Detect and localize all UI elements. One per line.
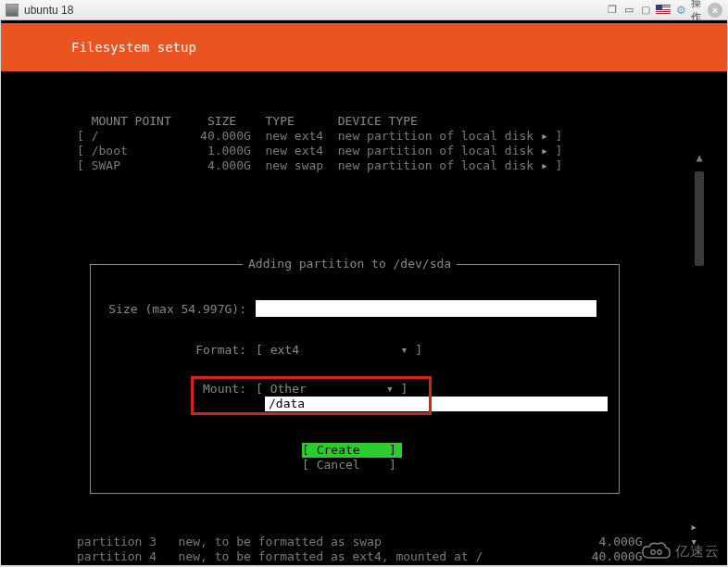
- screen-icon[interactable]: ❐: [606, 4, 619, 17]
- chevron-down-icon: ▾: [401, 343, 408, 357]
- table-row[interactable]: [ / 40.000G new ext4 new partition of lo…: [77, 129, 562, 143]
- size-label: Size (max 54.997G):: [91, 302, 256, 316]
- watermark: 亿速云: [640, 541, 720, 561]
- chevron-right-icon[interactable]: ▸: [690, 520, 697, 535]
- table-row[interactable]: [ SWAP 4.000G new swap new partition of …: [77, 158, 562, 172]
- table-row[interactable]: [ /boot 1.000G new ext4 new partition of…: [77, 144, 562, 158]
- page-title: Filesystem setup: [71, 40, 196, 55]
- close-icon[interactable]: ×: [708, 3, 722, 18]
- scroll-track[interactable]: [695, 171, 704, 266]
- list-item[interactable]: partition 3 new, to be formatted as swap…: [77, 535, 664, 548]
- monitor-icon[interactable]: ▢: [639, 4, 652, 17]
- format-label: Format:: [91, 343, 256, 357]
- chevron-down-icon: ▾: [386, 382, 394, 396]
- add-partition-dialog: Adding partition to /dev/sda Size (max 5…: [90, 264, 620, 494]
- col-mount: MOUNT POINT: [92, 114, 171, 128]
- list-item[interactable]: partition 4 new, to be formatted as ext4…: [77, 549, 664, 563]
- flag-icon: [656, 5, 671, 15]
- mount-label: Mount:: [91, 382, 256, 396]
- size-input[interactable]: [256, 300, 596, 317]
- partition-summary: partition 3 new, to be formatted as swap…: [77, 520, 664, 567]
- col-devtype: DEVICE TYPE: [338, 114, 418, 128]
- col-type: TYPE: [266, 114, 295, 128]
- chevron-right-icon: ▸: [541, 158, 548, 172]
- vm-title: ubuntu 18: [24, 4, 73, 17]
- chevron-right-icon: ▸: [541, 144, 548, 158]
- mount-path-input[interactable]: /data: [265, 397, 608, 411]
- scrollbar[interactable]: ▲: [694, 151, 705, 266]
- chevron-right-icon: ▸: [541, 129, 548, 143]
- cloud-icon: [640, 541, 672, 561]
- watermark-text: 亿速云: [675, 543, 720, 561]
- cancel-button[interactable]: [ Cancel ]: [302, 458, 396, 472]
- col-size: SIZE: [207, 114, 236, 128]
- action-label[interactable]: 操作: [691, 4, 704, 17]
- installer-header: Filesystem setup: [1, 23, 727, 71]
- vm-icon: [6, 4, 19, 17]
- guest-display: Filesystem setup MOUNT POINT SIZE TYPE D…: [1, 20, 727, 565]
- svg-point-1: [658, 550, 661, 554]
- window-icon[interactable]: ▭: [622, 4, 635, 17]
- scroll-up-icon[interactable]: ▲: [696, 151, 702, 164]
- partition-table: MOUNT POINT SIZE TYPE DEVICE TYPE [ / 40…: [77, 99, 727, 188]
- svg-point-0: [651, 550, 655, 554]
- create-button[interactable]: [ Create ]: [302, 443, 402, 458]
- vm-titlebar: ubuntu 18 ❐ ▭ ▢ ⚙ 操作 ×: [0, 0, 728, 20]
- format-select[interactable]: [ ext4 ▾ ]: [256, 343, 422, 357]
- gear-icon[interactable]: ⚙: [674, 4, 687, 17]
- titlebar-controls: ❐ ▭ ▢ ⚙ 操作 ×: [606, 3, 722, 18]
- mount-select[interactable]: [ Other ▾ ]: [256, 382, 408, 396]
- dialog-title: Adding partition to /dev/sda: [243, 257, 457, 271]
